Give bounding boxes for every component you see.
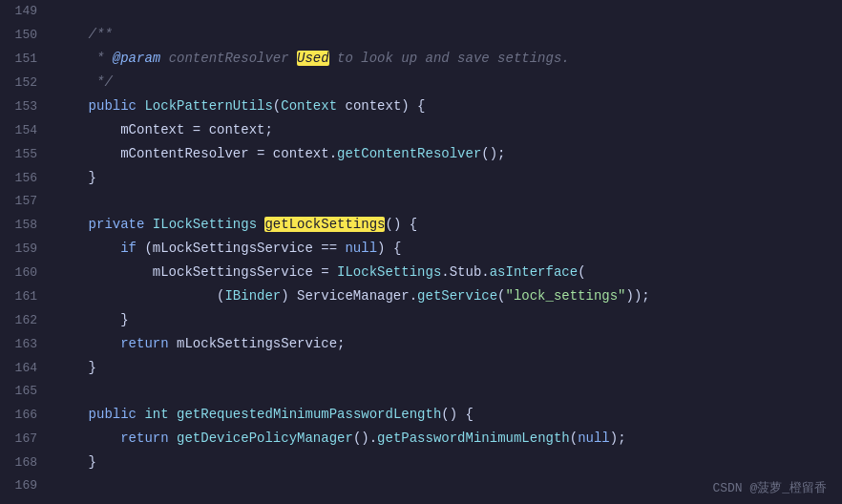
code-line: 150 /** xyxy=(0,23,842,47)
code-line: 159 if (mLockSettingsService == null) { xyxy=(0,237,842,261)
line-number: 160 xyxy=(0,262,53,284)
code-line: 160 mLockSettingsService = ILockSettings… xyxy=(0,261,842,284)
line-number: 165 xyxy=(0,380,53,403)
line-content: mContext = context; xyxy=(53,118,273,141)
line-number: 156 xyxy=(0,167,53,190)
line-number: 153 xyxy=(0,95,53,118)
line-content: return getDevicePolicyManager().getPassw… xyxy=(53,427,626,450)
code-line: 149 xyxy=(0,0,842,23)
line-number: 155 xyxy=(0,143,53,166)
code-line: 153 public LockPatternUtils(Context cont… xyxy=(0,94,842,118)
line-number: 149 xyxy=(0,0,53,23)
code-line: 151 * @param contentResolver Used to loo… xyxy=(0,47,842,71)
line-content: public int getRequestedMinimumPasswordLe… xyxy=(53,403,474,426)
code-line: 162 } xyxy=(0,308,842,332)
line-content: } xyxy=(53,451,96,473)
line-content: } xyxy=(53,166,96,189)
line-number: 167 xyxy=(0,428,53,451)
line-number: 152 xyxy=(0,72,53,94)
line-number: 166 xyxy=(0,404,53,427)
line-content: return mLockSettingsService; xyxy=(53,332,345,355)
code-line: 167 return getDevicePolicyManager().getP… xyxy=(0,427,842,451)
code-line: 164 } xyxy=(0,356,842,380)
line-number: 157 xyxy=(0,190,53,213)
code-line: 161 (IBinder) ServiceManager.getService(… xyxy=(0,284,842,308)
watermark: CSDN @菠萝_橙留香 xyxy=(712,479,827,496)
line-content: * @param contentResolver Used to look up… xyxy=(53,47,570,70)
line-content: } xyxy=(53,308,129,331)
code-line: 156 } xyxy=(0,166,842,190)
line-number: 161 xyxy=(0,285,53,308)
line-content: mLockSettingsService = ILockSettings.Stu… xyxy=(53,261,586,284)
code-line: 163 return mLockSettingsService; xyxy=(0,332,842,356)
line-number: 168 xyxy=(0,452,53,474)
line-content: */ xyxy=(53,71,113,94)
code-line: 166 public int getRequestedMinimumPasswo… xyxy=(0,403,842,427)
code-line: 158 private ILockSettings getLockSetting… xyxy=(0,213,842,237)
code-line: 152 */ xyxy=(0,71,842,94)
line-content: } xyxy=(53,356,96,379)
line-number: 164 xyxy=(0,357,53,380)
code-line: 154 mContext = context; xyxy=(0,118,842,142)
line-content: private ILockSettings getLockSettings() … xyxy=(53,213,417,236)
line-content: if (mLockSettingsService == null) { xyxy=(53,237,401,260)
code-line: 157 xyxy=(0,190,842,213)
code-line: 155 mContentResolver = context.getConten… xyxy=(0,142,842,166)
line-number: 159 xyxy=(0,238,53,261)
line-content: (IBinder) ServiceManager.getService("loc… xyxy=(53,284,650,307)
code-line: 165 xyxy=(0,380,842,403)
line-number: 169 xyxy=(0,474,53,497)
code-line: 168 } xyxy=(0,451,842,474)
line-content: /** xyxy=(53,23,113,46)
line-content: mContentResolver = context.getContentRes… xyxy=(53,142,506,165)
line-number: 151 xyxy=(0,48,53,71)
line-content: public LockPatternUtils(Context context)… xyxy=(53,94,426,117)
code-container: 149 150 /** 151 * @param contentResolver… xyxy=(0,0,842,504)
line-number: 154 xyxy=(0,119,53,142)
line-number: 163 xyxy=(0,333,53,356)
line-number: 162 xyxy=(0,309,53,332)
line-number: 158 xyxy=(0,214,53,237)
code-lines: 149 150 /** 151 * @param contentResolver… xyxy=(0,0,842,497)
line-number: 150 xyxy=(0,24,53,47)
